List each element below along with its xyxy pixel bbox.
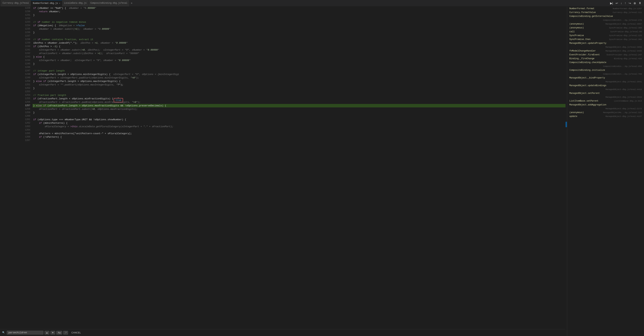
table-row: 1267: [0, 139, 567, 142]
line-content: }: [32, 86, 567, 90]
match-case-btn[interactable]: Aa: [56, 331, 62, 334]
table-row: 1241 sIntegerPart = sNumber.substr(>0, i…: [0, 48, 567, 52]
list-item[interactable]: updateManagedObject-dbg.js?eval:4137: [567, 114, 644, 118]
callstack-file-location: SyncPromise-dbg.js?eval:309: [609, 26, 642, 30]
table-row: 1250} else if (sIntegerPart.length > oOp…: [0, 80, 567, 83]
line-content: [32, 128, 567, 132]
callstack-function-name: Currency.formatValue: [569, 11, 596, 14]
debug-deactivate-btn[interactable]: ⊗: [632, 1, 637, 6]
code-scroll[interactable]: 1229if (sNumber == "NaN") { sNumber = "9…: [0, 6, 567, 329]
list-item[interactable]: SyncPromise.thenSyncPromise-dbg.js?eval:…: [567, 38, 644, 42]
line-number: 1252: [0, 86, 32, 90]
line-number: 1238: [0, 38, 32, 41]
line-number: 1258: [0, 108, 32, 111]
line-content: sFractionPart = sNumber.substr(iDotPos +…: [32, 52, 567, 55]
line-number: 1242: [0, 52, 32, 55]
tab-currency[interactable]: Currency-dbg.js?eval: [1, 0, 31, 6]
line-number: 1251: [0, 83, 32, 86]
line-content: } else {: [32, 55, 567, 59]
table-row: 1265 sPattern = mUnitPatterns["unitPatte…: [0, 132, 567, 135]
line-content: return sNumber;: [32, 10, 567, 14]
list-item[interactable]: CompositeBinding.checkUpdate: [567, 61, 644, 64]
debug-stepover-btn[interactable]: ↩: [614, 1, 619, 6]
callstack-function-name: Binding._fireChange: [569, 57, 594, 60]
line-number: 1243: [0, 55, 32, 59]
table-row: 1233// if number is negative remove minu…: [0, 20, 567, 24]
line-number: 1237: [0, 34, 32, 38]
tab-localedata[interactable]: LocaleData-dbg.js: [62, 0, 88, 6]
line-content: if (sNumber == "NaN") { sNumber = "9.999…: [32, 6, 567, 10]
list-item[interactable]: ManagedObject.updateProperty: [567, 42, 644, 45]
line-content: sIntegerPart = sNumber; sIntegerPart = "…: [32, 59, 567, 62]
list-item[interactable]: (anonymous)ManagedObjectMe...bg.js?eval:…: [567, 111, 644, 114]
tab-overflow-btn[interactable]: »: [130, 2, 134, 4]
regex-btn[interactable]: .*: [63, 331, 68, 334]
debug-pause-btn[interactable]: ⏸: [638, 1, 642, 6]
line-content: sNumber = sNumber.substr(>1); sNumber = …: [32, 27, 567, 31]
list-item[interactable]: NumberFormat.formatNumberFormat-dbg.js:1…: [567, 7, 644, 11]
line-content: [32, 114, 567, 118]
list-item[interactable]: ManagedObject.addAggregation: [567, 103, 644, 107]
list-item[interactable]: Currency.formatValueCurrency-dbg.js?eval…: [567, 11, 644, 14]
list-item[interactable]: Binding._fireChangeBinding-dbg.js?eval:4…: [567, 57, 644, 61]
callstack-function-name: NumberFormat.format: [569, 7, 594, 10]
list-item[interactable]: CompositeBinding.getExternalValue: [567, 14, 644, 18]
list-item[interactable]: ListItemBase.setParentListItemBase-dbg.j…: [567, 99, 644, 103]
list-item[interactable]: CompositeBindin...bg.js?eval:769: [567, 72, 644, 76]
table-row: 1235 sNumber = sNumber.substr(>1); sNumb…: [0, 27, 567, 31]
minimap-indicator: [566, 122, 567, 127]
list-item[interactable]: ManagedObject-dbg.js?eval:2172: [567, 107, 644, 111]
cancel-btn[interactable]: CANCEL: [69, 331, 83, 334]
list-item[interactable]: SyncPromiseSyncPromise-dbg.js?eval:225: [567, 34, 644, 38]
callstack-function-name: ManagedObject._bindProperty: [569, 76, 605, 80]
line-number: 1254: [0, 94, 32, 97]
debug-stepout-btn[interactable]: ↑: [624, 1, 627, 6]
line-number: 1256: [0, 100, 32, 104]
list-item[interactable]: CompositeBindin...bg.js?eval:270: [567, 18, 644, 22]
tab-numberformat-close-icon[interactable]: ✕: [59, 2, 60, 4]
line-content: if (sIntegerPart.length < oOptions.minIn…: [32, 72, 567, 76]
list-item[interactable]: CompositeBindin...bg.js?eval:858: [567, 64, 644, 68]
line-content: sIntegerPart = sNumber.substr(>0, iDotPo…: [32, 48, 567, 52]
table-row: 1262 if (mUnitPatterns) {: [0, 121, 567, 125]
list-item[interactable]: ManagedObject-dbg.js?eval:2634: [567, 95, 644, 99]
line-content: sPattern = mUnitPatterns["unitPattern-co…: [32, 132, 567, 135]
list-item[interactable]: ManagedObject.setParent: [567, 92, 644, 95]
callstack-file-location: EventProvider-dbg.js?eval:247: [607, 53, 642, 57]
list-item[interactable]: ManagedObject._bindProperty: [567, 76, 644, 80]
line-content: // fraction part length: [32, 94, 567, 97]
line-number: 1255: [0, 97, 32, 100]
callstack-file-location: ManagedObjectMe...bg.js?eval:315: [603, 111, 642, 114]
callstack-file-location: Currency-dbg.js?eval:111: [613, 11, 642, 14]
list-item[interactable]: (anonymous)ManagedObject-dbg.js?eval:365…: [567, 22, 644, 26]
debug-stepinto-btn[interactable]: ↓: [620, 1, 623, 6]
list-item[interactable]: EventProvider.fireEventEventProvider-dbg…: [567, 53, 644, 57]
list-item[interactable]: (anonymous)SyncPromise-dbg.js?eval:309: [567, 26, 644, 30]
list-item[interactable]: ManagedObject-dbg.js?eval:3656: [567, 45, 644, 49]
line-content: if (!sPattern) {: [32, 135, 567, 139]
list-item[interactable]: ManagedObject-dbg.js?eval:4416: [567, 88, 644, 92]
list-item[interactable]: CompositeBinding.initialize: [567, 68, 644, 72]
list-item[interactable]: ManagedObject.updateBindings: [567, 84, 644, 88]
callstack-file-location: SyncPromise-dbg.js?eval:60: [610, 30, 642, 34]
debug-continue-btn[interactable]: ↪: [628, 1, 632, 6]
table-row: 1231}: [0, 14, 567, 17]
list-item[interactable]: ManagedObject-dbg.js?eval:3541: [567, 80, 644, 84]
search-prev-btn[interactable]: ▲: [44, 331, 49, 334]
table-row: 1243} else {: [0, 55, 567, 59]
callstack-function-name: call: [569, 30, 575, 34]
line-content: [32, 66, 567, 69]
line-content: // if number is negative remove minus: [32, 20, 567, 24]
tab-compositebinding[interactable]: CompositeBinding-dbg.js?eval: [88, 0, 130, 6]
list-item[interactable]: fnModelChangeHandlerManagedObject-dbg.js…: [567, 49, 644, 53]
table-row: 1244 sIntegerPart = sNumber; sIntegerPar…: [0, 59, 567, 62]
callstack-function-name: (anonymous): [569, 26, 584, 30]
line-content: if (sFractionPart.length < oOptions.minF…: [32, 97, 567, 100]
list-item[interactable]: callSyncPromise-dbg.js?eval:60: [567, 30, 644, 34]
debug-play-btn[interactable]: ▶|: [609, 1, 614, 6]
search-input[interactable]: [7, 331, 44, 334]
tab-numberformat[interactable]: NumberFormat-dbg.js ✕: [31, 0, 62, 6]
line-number: 1249: [0, 76, 32, 80]
line-number: 1259: [0, 111, 32, 114]
search-next-btn[interactable]: ▼: [50, 331, 55, 334]
